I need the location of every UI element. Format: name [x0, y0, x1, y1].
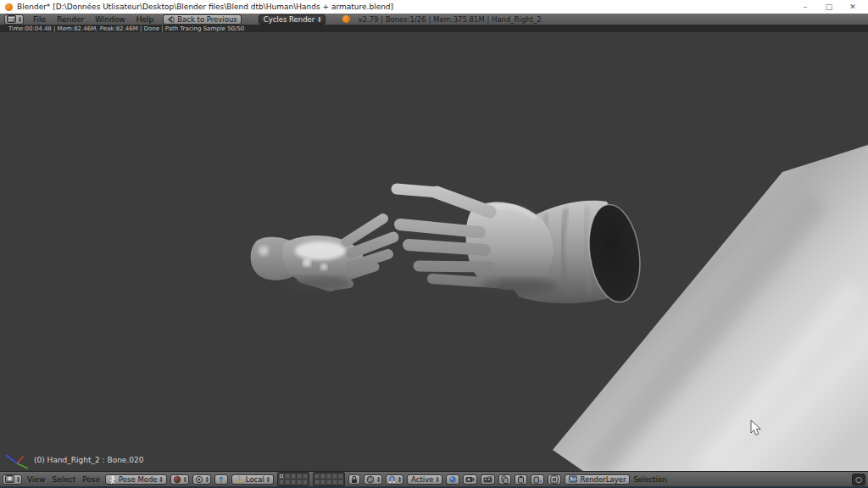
render-layer-icon	[569, 475, 577, 483]
menu-select[interactable]: Select	[50, 475, 77, 484]
snap-self-toggle[interactable]	[446, 474, 459, 485]
stepper-icon: ▲▼	[377, 476, 380, 482]
back-to-previous-button[interactable]: Back to Previous	[163, 14, 242, 25]
layer-cell[interactable]	[338, 474, 343, 479]
window-controls: – □ ✕	[793, 3, 865, 11]
snap-target-selector[interactable]: Active ▲▼	[407, 474, 442, 485]
editor-type-selector[interactable]: ▲▼	[4, 14, 24, 25]
render-layer-label: RenderLayer	[580, 475, 626, 484]
blender-app-icon	[5, 3, 13, 11]
pivot-point-selector[interactable]: ▲▼	[192, 474, 211, 485]
transform-orientation-selector[interactable]: Local ▲▼	[231, 474, 274, 485]
active-bone-overlay: (0) Hand_Right_2 : Bone.020	[34, 456, 143, 464]
snap-toggle[interactable]: ▲▼	[386, 474, 403, 485]
layer-grid-2[interactable]	[313, 472, 345, 486]
layer-cell[interactable]	[320, 480, 326, 485]
opengl-render-anim-button[interactable]	[481, 474, 495, 485]
menu-help[interactable]: Help	[135, 15, 156, 24]
layer-cell[interactable]	[297, 474, 302, 479]
stepper-icon: ▲▼	[184, 476, 186, 482]
manipulator-icon	[217, 475, 225, 484]
lock-icon	[351, 475, 358, 484]
render-layer-selector[interactable]: RenderLayer	[565, 474, 630, 485]
scene-stats: v2.79 | Bones:1/26 | Mem:375.81M | Hand_…	[358, 15, 541, 24]
pivot-icon	[195, 475, 203, 484]
paste-flipped-icon	[533, 475, 542, 484]
stepper-icon: ▲▼	[17, 476, 19, 482]
stepper-icon: ▲▼	[206, 476, 209, 482]
snap-target-label: Active	[411, 475, 433, 484]
editor-type-selector[interactable]: ▲▼	[3, 474, 22, 485]
layer-cell[interactable]	[303, 474, 308, 479]
paste-pose-button[interactable]	[515, 474, 527, 485]
orientation-label: Local	[246, 475, 264, 484]
copy-pose-button[interactable]	[498, 474, 511, 485]
render-status-bar: Time:00:04.48 | Mem:82.46M, Peak:82.46M …	[0, 25, 868, 32]
layer-grid-1[interactable]	[277, 472, 309, 486]
orbit-widget-button[interactable]: ○	[852, 474, 865, 485]
mode-label: Pose Mode	[119, 475, 158, 484]
render-plane	[553, 145, 868, 471]
armature-layers[interactable]	[277, 472, 345, 486]
layer-cell[interactable]	[279, 480, 284, 485]
orientation-axis-icon	[236, 475, 243, 483]
layer-cell[interactable]	[297, 480, 302, 485]
viewport-shading-selector[interactable]: ▲▼	[170, 474, 189, 485]
layer-cell[interactable]	[326, 480, 331, 485]
render-hand-right	[397, 189, 646, 305]
layer-cell[interactable]	[320, 474, 326, 479]
layer-cell[interactable]	[303, 480, 308, 485]
stepper-icon: ▲▼	[436, 476, 438, 482]
stepper-icon: ▲▼	[19, 16, 21, 22]
info-header: ▲▼ File Render Window Help Back to Previ…	[0, 14, 868, 25]
magnet-icon	[388, 475, 396, 484]
stepper-icon: ▲▼	[398, 476, 401, 482]
axis-gizmo	[3, 452, 32, 471]
menu-window[interactable]: Window	[93, 15, 127, 24]
camera-icon	[465, 475, 475, 483]
viewport-editor-icon	[5, 475, 14, 483]
close-button[interactable]: ✕	[841, 3, 865, 11]
proportional-circle-icon	[366, 475, 375, 484]
rendered-scene	[0, 32, 868, 471]
layer-cell[interactable]	[326, 474, 331, 479]
back-to-previous-label: Back to Previous	[177, 15, 237, 24]
layer-cell[interactable]	[279, 474, 284, 479]
layer-cell[interactable]	[285, 480, 290, 485]
paste-flipped-pose-button[interactable]	[531, 474, 544, 485]
layer-cell[interactable]	[332, 474, 337, 479]
minimize-button[interactable]: –	[793, 3, 817, 11]
info-editor-icon	[7, 15, 16, 23]
layer-cell[interactable]	[291, 474, 296, 479]
mode-selector[interactable]: Pose Mode ▲▼	[105, 474, 167, 485]
layer-cell[interactable]	[338, 480, 343, 485]
stepper-icon: ▲▼	[267, 476, 270, 482]
manipulator-toggle[interactable]	[214, 474, 228, 485]
window-title: Blender* [D:\Données Utlisateur\Desktop\…	[17, 3, 793, 11]
blender-logo-icon	[342, 15, 350, 23]
layer-cell[interactable]	[332, 480, 337, 485]
window-titlebar: Blender* [D:\Données Utlisateur\Desktop\…	[0, 0, 868, 14]
proportional-edit-selector[interactable]: ▲▼	[364, 474, 382, 485]
layer-cell[interactable]	[314, 480, 320, 485]
menu-pose[interactable]: Pose	[81, 475, 102, 484]
render-hand-left	[251, 219, 393, 291]
layer-cell[interactable]	[291, 480, 296, 485]
layer-cell[interactable]	[285, 474, 290, 479]
stepper-icon: ▲▼	[160, 476, 163, 482]
menu-render[interactable]: Render	[55, 15, 86, 24]
render-engine-label: Cycles Render	[264, 15, 315, 24]
viewport-3d[interactable]: (0) Hand_Right_2 : Bone.020	[0, 32, 868, 471]
shading-sphere-icon	[173, 475, 181, 484]
menu-view[interactable]: View	[25, 475, 47, 484]
opengl-render-still-button[interactable]	[463, 474, 477, 485]
lock-to-scene-toggle[interactable]	[348, 474, 360, 485]
stepper-icon: ▲▼	[318, 16, 320, 22]
layer-cell[interactable]	[314, 474, 320, 479]
menu-file[interactable]: File	[31, 15, 47, 24]
render-engine-selector[interactable]: Cycles Render ▲▼	[259, 14, 326, 25]
pose-mode-icon	[109, 475, 116, 484]
pose-library-button[interactable]	[548, 474, 561, 485]
copy-pose-icon	[501, 475, 509, 484]
maximize-button[interactable]: □	[817, 3, 841, 11]
